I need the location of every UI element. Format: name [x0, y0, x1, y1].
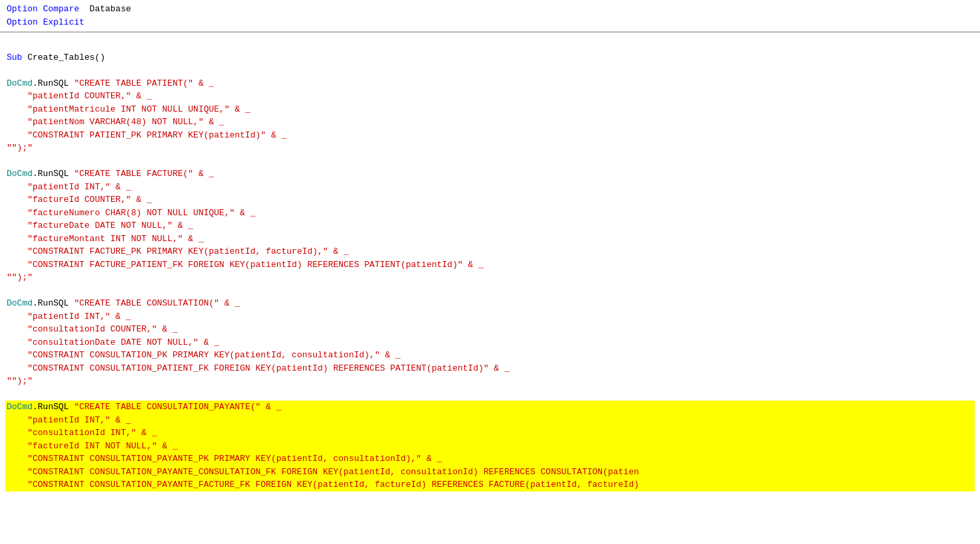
cp-line-4: "CONSTRAINT CONSULTATION_PAYANTE_PK PRIM…: [5, 452, 975, 466]
header-line-2: Option Explicit: [5, 16, 975, 29]
header-line-1: Option Compare Database: [5, 3, 975, 16]
consultation-docmd: DoCmd.RunSQL "CREATE TABLE CONSULTATION(…: [5, 297, 975, 310]
consultation-line-5: "CONSTRAINT CONSULTATION_PATIENT_FK FORE…: [5, 362, 975, 375]
facture-line-6: "CONSTRAINT FACTURE_PK PRIMARY KEY(patie…: [5, 245, 975, 258]
facture-line-1: "patientId INT," & _: [5, 181, 975, 194]
consultation-line-2: "consultationId COUNTER," & _: [5, 323, 975, 336]
facture-line-5: "factureMontant INT NOT NULL," & _: [5, 232, 975, 246]
consultation-line-4: "CONSTRAINT CONSULTATION_PK PRIMARY KEY(…: [5, 349, 975, 362]
facture-line-3: "factureNumero CHAR(8) NOT NULL UNIQUE,"…: [5, 207, 975, 220]
blank-line: [5, 155, 975, 168]
patient-docmd: DoCmd.RunSQL "CREATE TABLE PATIENT(" & _: [5, 77, 975, 90]
facture-line-2: "factureId COUNTER," & _: [5, 193, 975, 207]
blank-line: [5, 64, 975, 77]
header-section: Option Compare Database Option Explicit: [0, 0, 980, 32]
blank-line: [5, 284, 975, 298]
patient-line-3: "patientNom VARCHAR(48) NOT NULL," & _: [5, 116, 975, 129]
cp-line-6: "CONSTRAINT CONSULTATION_PAYANTE_FACTURE…: [5, 478, 975, 492]
cp-line-5: "CONSTRAINT CONSULTATION_PAYANTE_CONSULT…: [5, 466, 975, 479]
sub-declaration: Sub Create_Tables(): [5, 51, 975, 64]
facture-line-4: "factureDate DATE NOT NULL," & _: [5, 219, 975, 232]
patient-line-4: "CONSTRAINT PATIENT_PK PRIMARY KEY(patie…: [5, 129, 975, 142]
cp-docmd: DoCmd.RunSQL "CREATE TABLE CONSULTATION_…: [5, 401, 975, 414]
cp-line-2: "consultationId INT," & _: [5, 426, 975, 440]
facture-end: "");": [5, 271, 975, 284]
patient-end: "");": [5, 141, 975, 155]
code-editor: Option Compare Database Option Explicit …: [0, 0, 980, 544]
patient-line-2: "patientMatricule INT NOT NULL UNIQUE," …: [5, 103, 975, 116]
cp-line-3: "factureId INT NOT NULL," & _: [5, 440, 975, 453]
blank-line: [5, 38, 975, 51]
facture-line-7: "CONSTRAINT FACTURE_PATIENT_FK FOREIGN K…: [5, 258, 975, 272]
consultation-line-1: "patientId INT," & _: [5, 310, 975, 323]
code-area: Sub Create_Tables() DoCmd.RunSQL "CREATE…: [0, 33, 980, 497]
cp-line-1: "patientId INT," & _: [5, 414, 975, 427]
blank-line: [5, 388, 975, 401]
facture-docmd: DoCmd.RunSQL "CREATE TABLE FACTURE(" & _: [5, 167, 975, 181]
patient-line-1: "patientId COUNTER," & _: [5, 90, 975, 103]
consultation-line-3: "consultationDate DATE NOT NULL," & _: [5, 336, 975, 349]
consultation-end: "");": [5, 375, 975, 388]
